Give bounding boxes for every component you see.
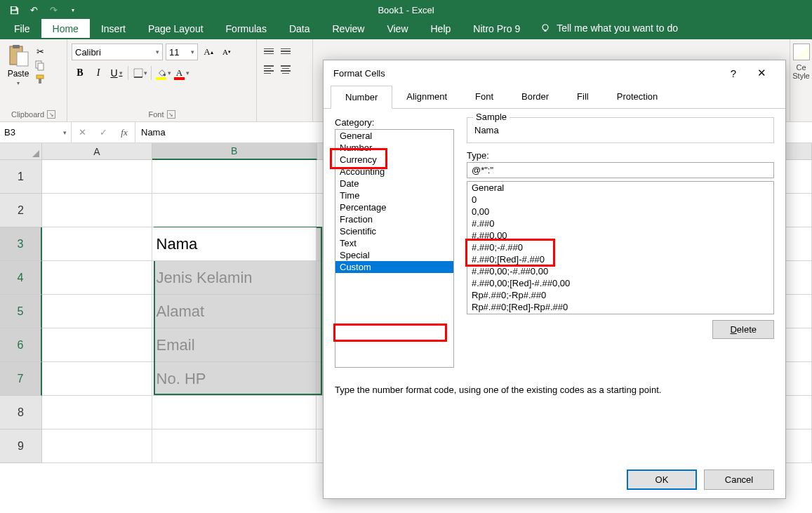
category-item-scientific[interactable]: Scientific: [335, 225, 453, 237]
row-header-2[interactable]: 2: [0, 194, 42, 227]
italic-button[interactable]: I: [90, 65, 107, 81]
row-header-7[interactable]: 7: [0, 362, 42, 396]
row-header-3[interactable]: 3: [0, 227, 42, 261]
cell-styles-icon[interactable]: [793, 44, 810, 60]
align-middle-icon[interactable]: [278, 44, 293, 59]
cell-A9[interactable]: [42, 429, 152, 463]
row-header-8[interactable]: 8: [0, 396, 42, 429]
category-item-text[interactable]: Text: [335, 237, 453, 249]
tab-view[interactable]: View: [375, 19, 419, 38]
category-item-special[interactable]: Special: [335, 249, 453, 261]
border-button[interactable]: ▾: [131, 65, 148, 81]
category-item-fraction[interactable]: Fraction: [335, 213, 453, 225]
type-item[interactable]: Rp#.##0;[Red]-Rp#.##0: [467, 301, 773, 313]
delete-button[interactable]: Delete: [712, 320, 774, 339]
category-item-date[interactable]: Date: [335, 178, 453, 189]
redo-icon[interactable]: ↷: [48, 4, 59, 15]
tab-home[interactable]: Home: [41, 19, 90, 38]
align-top-icon[interactable]: [261, 44, 277, 59]
fx-icon[interactable]: fx: [114, 127, 135, 138]
align-center-icon[interactable]: [278, 62, 293, 77]
cell-B9[interactable]: [152, 429, 317, 463]
dialog-tab-border[interactable]: Border: [507, 86, 563, 108]
cell-A3[interactable]: [42, 227, 152, 261]
paste-button[interactable]: Paste ▾: [4, 42, 32, 88]
cell-B2[interactable]: [152, 194, 317, 227]
tab-data[interactable]: Data: [278, 19, 321, 38]
bold-button[interactable]: B: [72, 65, 88, 81]
category-item-general[interactable]: General: [335, 130, 453, 142]
type-input[interactable]: [467, 162, 774, 178]
tab-nitro[interactable]: Nitro Pro 9: [462, 19, 531, 38]
cell-A5[interactable]: [42, 295, 152, 328]
cell-B1[interactable]: [152, 160, 317, 194]
type-item[interactable]: #.##0;-#.##0: [467, 241, 773, 253]
dialog-tab-fill[interactable]: Fill: [563, 86, 603, 108]
tab-formulas[interactable]: Formulas: [215, 19, 278, 38]
cell-A4[interactable]: [42, 261, 152, 295]
category-list[interactable]: GeneralNumberCurrencyAccountingDateTimeP…: [335, 129, 454, 368]
tab-insert[interactable]: Insert: [90, 19, 137, 38]
clipboard-launcher-icon[interactable]: ↘: [47, 110, 55, 119]
copy-icon[interactable]: [34, 59, 46, 72]
dialog-help-icon[interactable]: ?: [719, 67, 747, 79]
align-left-icon[interactable]: [261, 62, 277, 77]
type-item[interactable]: #.##0: [467, 218, 773, 229]
category-item-time[interactable]: Time: [335, 189, 453, 201]
dialog-close-icon[interactable]: ✕: [747, 67, 776, 79]
type-item[interactable]: #.##0,00;[Red]-#.##0,00: [467, 277, 773, 289]
row-header-1[interactable]: 1: [0, 160, 42, 194]
underline-button[interactable]: U▾: [108, 65, 125, 81]
font-size-combo[interactable]: 11▾: [166, 44, 198, 60]
type-item[interactable]: #.##0,00: [467, 229, 773, 241]
col-header-B[interactable]: B: [152, 143, 317, 160]
type-list[interactable]: General00,00#.##0#.##0,00#.##0;-#.##0#.#…: [467, 181, 774, 314]
row-header-6[interactable]: 6: [0, 328, 42, 362]
col-header-A[interactable]: A: [42, 143, 152, 160]
qat-customize-icon[interactable]: ▾: [67, 4, 79, 15]
cell-A2[interactable]: [42, 194, 152, 227]
category-item-currency[interactable]: Currency: [335, 154, 453, 166]
cancel-formula-icon[interactable]: ✕: [72, 127, 93, 138]
row-header-9[interactable]: 9: [0, 429, 42, 463]
font-launcher-icon[interactable]: ↘: [167, 110, 175, 119]
dialog-titlebar[interactable]: Format Cells ? ✕: [324, 60, 785, 86]
shrink-font-icon[interactable]: A▾: [219, 44, 234, 60]
grow-font-icon[interactable]: A▴: [201, 44, 216, 60]
category-item-accounting[interactable]: Accounting: [335, 166, 453, 178]
tab-review[interactable]: Review: [321, 19, 376, 38]
dialog-tab-alignment[interactable]: Alignment: [392, 86, 461, 108]
cancel-button[interactable]: Cancel: [704, 469, 774, 490]
category-item-number[interactable]: Number: [335, 142, 453, 154]
enter-formula-icon[interactable]: ✓: [93, 127, 114, 138]
ok-button[interactable]: OK: [627, 469, 697, 490]
type-item[interactable]: 0: [467, 194, 773, 206]
fill-color-button[interactable]: ▾: [154, 65, 171, 81]
tab-page-layout[interactable]: Page Layout: [137, 19, 215, 38]
cell-A1[interactable]: [42, 160, 152, 194]
type-item[interactable]: 0,00: [467, 206, 773, 218]
cell-A6[interactable]: [42, 328, 152, 362]
category-item-custom[interactable]: Custom: [335, 261, 453, 273]
cell-A7[interactable]: [42, 362, 152, 396]
type-item[interactable]: #.##0,00;-#.##0,00: [467, 265, 773, 277]
row-header-5[interactable]: 5: [0, 295, 42, 328]
name-box[interactable]: B3 ▾: [0, 122, 72, 142]
save-icon[interactable]: [8, 4, 20, 15]
tell-me-search[interactable]: Tell me what you want to do: [540, 18, 678, 38]
tab-help[interactable]: Help: [420, 19, 462, 38]
cell-B3[interactable]: Nama: [152, 227, 317, 261]
category-item-percentage[interactable]: Percentage: [335, 201, 453, 213]
cell-A8[interactable]: [42, 396, 152, 429]
type-item[interactable]: Rp#.##0;-Rp#.##0: [467, 289, 773, 301]
type-item[interactable]: Rp#.##0,00;-Rp#.##0,00: [467, 313, 773, 314]
dialog-tab-font[interactable]: Font: [461, 86, 507, 108]
font-color-button[interactable]: A ▾: [173, 65, 189, 81]
font-name-combo[interactable]: Calibri▾: [72, 44, 163, 60]
select-all-button[interactable]: [0, 143, 42, 160]
tab-file[interactable]: File: [3, 19, 41, 38]
format-painter-icon[interactable]: [34, 73, 46, 86]
cut-icon[interactable]: ✂: [34, 45, 46, 58]
dialog-tab-protection[interactable]: Protection: [603, 86, 672, 108]
row-header-4[interactable]: 4: [0, 261, 42, 295]
